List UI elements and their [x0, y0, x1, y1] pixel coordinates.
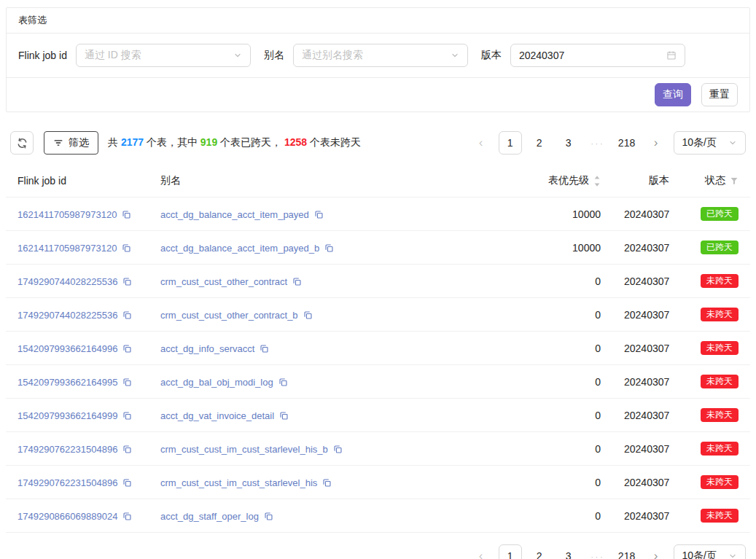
copy-icon[interactable]	[303, 310, 313, 320]
alias-link[interactable]: acct_dg_staff_oper_log	[160, 511, 259, 522]
alias-placeholder: 通过别名搜索	[302, 49, 445, 62]
field-alias: 别名 通过别名搜索	[264, 44, 468, 67]
job-id-link[interactable]: 1621411705987973120	[17, 243, 117, 254]
column-filter-funnel-icon[interactable]	[730, 176, 739, 185]
pagination-prev-button[interactable]: ‹	[469, 131, 493, 155]
copy-icon[interactable]	[122, 411, 132, 421]
alias-link[interactable]: acct_dg_info_servacct	[160, 343, 254, 354]
alias-link[interactable]: acct_dg_balance_acct_item_payed_b	[160, 243, 319, 254]
job-id-link[interactable]: 1542097993662164999	[17, 410, 117, 421]
copy-icon[interactable]	[122, 445, 132, 454]
pagination-page-218[interactable]: 218	[615, 544, 639, 559]
status-badge: 未跨天	[701, 274, 739, 288]
alias-link[interactable]: acct_dg_vat_invoice_detail	[160, 410, 274, 421]
total-count: 2177	[121, 136, 144, 148]
alias-link[interactable]: crm_cust_cust_im_cust_starlevel_his	[160, 477, 317, 488]
alias-link[interactable]: crm_cust_cust_im_cust_starlevel_his_b	[160, 444, 328, 455]
table-header-row: Flink job id 别名 表优先级 版本 状态	[6, 165, 750, 198]
alias-link[interactable]: crm_cust_cust_other_contract_b	[160, 310, 298, 321]
copy-icon[interactable]	[292, 277, 302, 286]
copy-icon[interactable]	[260, 344, 269, 353]
pagination-next-button[interactable]: ›	[644, 131, 668, 155]
copy-icon[interactable]	[278, 378, 288, 387]
job-id-link[interactable]: 1621411705987973120	[17, 209, 117, 220]
sort-carets-icon[interactable]	[593, 175, 601, 187]
pagination-ellipsis[interactable]: ···	[586, 131, 609, 155]
priority-cell: 10000	[522, 198, 612, 231]
copy-icon[interactable]	[122, 378, 132, 387]
pagination-page-218[interactable]: 218	[615, 131, 639, 155]
filter-toggle-button[interactable]: 筛选	[44, 131, 98, 155]
pagination-page-1[interactable]: 1	[499, 544, 522, 559]
status-badge: 未跨天	[701, 341, 739, 355]
status-badge: 未跨天	[701, 475, 739, 489]
priority-cell: 10000	[522, 231, 612, 265]
reset-button[interactable]: 重置	[701, 83, 738, 106]
table-body: 1621411705987973120 acct_dg_balance_acct…	[6, 198, 750, 533]
job-id-link[interactable]: 1749290762231504896	[17, 477, 117, 488]
status-badge: 未跨天	[701, 375, 739, 388]
pagination-page-2[interactable]: 2	[528, 131, 551, 155]
version-cell: 20240307	[612, 432, 681, 466]
toolbar: 筛选 共 2177 个表，其中 919 个表已跨天， 1258 个表未跨天 ‹1…	[6, 131, 750, 155]
tables-table: Flink job id 别名 表优先级 版本 状态 1621411705987…	[6, 165, 750, 533]
copy-icon[interactable]	[122, 277, 132, 286]
pagination-page-3[interactable]: 3	[557, 131, 580, 155]
copy-icon[interactable]	[322, 478, 332, 488]
flink-job-id-select[interactable]: 通过 ID 搜索	[76, 44, 251, 67]
copy-icon[interactable]	[122, 210, 131, 219]
refresh-icon	[17, 138, 28, 149]
pagination-page-2[interactable]: 2	[528, 544, 551, 559]
copy-icon[interactable]	[122, 478, 132, 488]
copy-icon[interactable]	[333, 445, 343, 454]
job-id-link[interactable]: 1542097993662164996	[17, 343, 117, 354]
col-flink-job-id: Flink job id	[6, 165, 149, 198]
alias-link[interactable]: acct_dg_bal_obj_modi_log	[160, 377, 273, 388]
col-version: 版本	[612, 165, 681, 198]
status-badge: 未跨天	[701, 308, 739, 321]
copy-icon[interactable]	[122, 310, 132, 320]
status-badge: 未跨天	[701, 442, 739, 456]
copy-icon[interactable]	[314, 210, 324, 219]
summary-segment: 共	[108, 136, 121, 148]
pagination-page-1[interactable]: 1	[499, 131, 522, 155]
copy-icon[interactable]	[324, 243, 334, 253]
alias-link[interactable]: acct_dg_balance_acct_item_payed	[160, 209, 309, 220]
pagination-prev-button[interactable]: ‹	[469, 544, 493, 559]
job-id-link[interactable]: 1749290762231504896	[17, 444, 117, 455]
uncrossed-count: 1258	[284, 136, 307, 148]
job-id-link[interactable]: 1749290866069889024	[17, 511, 117, 522]
col-status: 状态	[681, 165, 750, 198]
pagination-next-button[interactable]: ›	[644, 544, 668, 559]
job-id-link[interactable]: 1749290744028225536	[17, 276, 117, 287]
alias-link[interactable]: crm_cust_cust_other_contract	[160, 276, 287, 287]
version-cell: 20240307	[612, 198, 681, 231]
page-size-select[interactable]: 10条/页	[674, 544, 746, 559]
filter-actions-row: 查询 重置	[7, 77, 749, 112]
chevron-down-icon	[728, 552, 737, 559]
refresh-button[interactable]	[10, 131, 34, 155]
alias-select[interactable]: 通过别名搜索	[293, 44, 468, 67]
version-date-picker[interactable]: 20240307	[510, 44, 685, 67]
job-id-link[interactable]: 1542097993662164995	[17, 377, 117, 388]
priority-cell: 0	[522, 399, 612, 432]
copy-icon[interactable]	[122, 512, 132, 521]
table-row: 1542097993662164995 acct_dg_bal_obj_modi…	[6, 365, 750, 399]
page: 表筛选 Flink job id 通过 ID 搜索 别名 通过别名搜索	[0, 0, 756, 559]
status-badge: 已跨天	[701, 241, 739, 254]
chevron-down-icon	[451, 51, 459, 60]
priority-cell: 0	[522, 432, 612, 466]
copy-icon[interactable]	[122, 344, 132, 353]
col-priority[interactable]: 表优先级	[522, 165, 612, 198]
copy-icon[interactable]	[122, 243, 131, 253]
pagination-page-3[interactable]: 3	[557, 544, 580, 559]
job-id-link[interactable]: 1749290744028225536	[17, 310, 117, 321]
priority-cell: 0	[522, 365, 612, 399]
field-flink-job-id: Flink job id 通过 ID 搜索	[18, 44, 251, 67]
copy-icon[interactable]	[264, 512, 273, 521]
version-cell: 20240307	[612, 499, 681, 533]
copy-icon[interactable]	[279, 411, 289, 421]
pagination-ellipsis[interactable]: ···	[586, 544, 609, 559]
query-button[interactable]: 查询	[655, 83, 691, 106]
page-size-select[interactable]: 10条/页	[674, 131, 746, 155]
